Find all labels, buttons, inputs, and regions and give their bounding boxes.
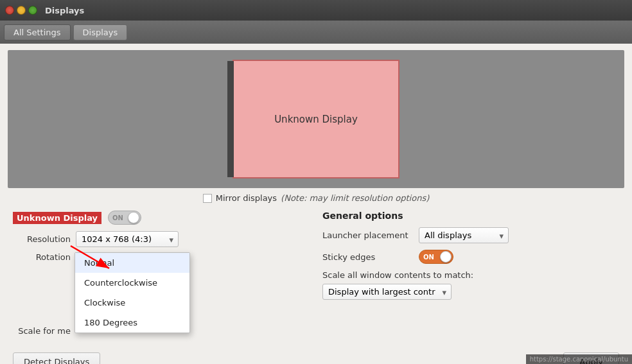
toggle-knob xyxy=(128,212,139,223)
scale-all-label: Scale all window contents to match: xyxy=(322,270,619,280)
display-header: Unknown Display ON xyxy=(13,211,310,225)
sticky-edges-label: Sticky edges xyxy=(322,252,412,262)
rotation-option-normal[interactable]: Normal xyxy=(75,253,189,273)
sticky-toggle-knob xyxy=(440,251,452,263)
launcher-label: Launcher placement xyxy=(322,230,412,240)
close-button[interactable] xyxy=(5,6,14,15)
display-monitor: Unknown Display xyxy=(233,60,399,178)
display-power-toggle[interactable]: ON xyxy=(108,211,141,225)
monitor-side-bar xyxy=(227,61,234,177)
titlebar: Displays xyxy=(0,0,632,21)
window-controls xyxy=(5,6,37,15)
monitor-label: Unknown Display xyxy=(274,114,358,125)
minimize-button[interactable] xyxy=(17,6,26,15)
displays-button[interactable]: Displays xyxy=(73,24,128,40)
url-bar: https://stage.canonical/ubuntu xyxy=(526,354,632,364)
mirror-note: (Note: may limit resolution options) xyxy=(281,193,429,203)
general-options-title: General options xyxy=(322,211,619,221)
maximize-button[interactable] xyxy=(28,6,37,15)
rotation-option-clockwise[interactable]: Clockwise xyxy=(75,293,189,313)
window-title: Displays xyxy=(45,6,84,15)
mirror-displays-row: Mirror displays (Note: may limit resolut… xyxy=(0,188,632,207)
main-content: Unknown Display Mirror displays (Note: m… xyxy=(0,50,632,364)
launcher-select[interactable]: All displays xyxy=(419,227,509,243)
left-panel: Unknown Display ON Resolution 1024 x 768… xyxy=(13,211,310,341)
rotation-row: Rotation Normal Counterclockwise Clockwi… xyxy=(13,252,310,262)
rotation-label: Rotation xyxy=(13,252,71,262)
resolution-select[interactable]: 1024 x 768 (4:3) xyxy=(76,231,179,247)
resolution-row: Resolution 1024 x 768 (4:3) xyxy=(13,231,310,247)
launcher-select-wrapper: All displays xyxy=(419,227,509,243)
resolution-select-wrapper: 1024 x 768 (4:3) xyxy=(76,231,179,247)
sticky-edges-row: Sticky edges ON xyxy=(322,250,619,264)
scale-label: Scale for me xyxy=(13,326,71,336)
launcher-placement-row: Launcher placement All displays xyxy=(322,227,619,243)
display-name-label: Unknown Display xyxy=(13,212,101,224)
rotation-option-180[interactable]: 180 Degrees xyxy=(75,313,189,333)
settings-area: Unknown Display ON Resolution 1024 x 768… xyxy=(0,207,632,341)
mirror-label: Mirror displays xyxy=(216,193,277,203)
scale-all-select[interactable]: Display with largest contr xyxy=(322,284,452,300)
sticky-on-text: ON xyxy=(423,254,434,261)
rotation-option-counterclockwise[interactable]: Counterclockwise xyxy=(75,273,189,293)
navbar: All Settings Displays xyxy=(0,21,632,44)
resolution-label: Resolution xyxy=(13,234,71,244)
rotation-dropdown-menu: Normal Counterclockwise Clockwise 180 De… xyxy=(75,252,190,333)
sticky-edges-toggle[interactable]: ON xyxy=(419,250,453,264)
detect-displays-button[interactable]: Detect Displays xyxy=(13,352,100,364)
toggle-off-text: ON xyxy=(112,214,123,221)
display-preview-area: Unknown Display xyxy=(8,50,624,188)
mirror-checkbox[interactable] xyxy=(203,194,212,203)
scale-all-row: Display with largest contr xyxy=(322,284,619,300)
scale-all-select-wrapper: Display with largest contr xyxy=(322,284,452,300)
all-settings-button[interactable]: All Settings xyxy=(4,24,71,40)
right-panel: General options Launcher placement All d… xyxy=(310,211,619,341)
